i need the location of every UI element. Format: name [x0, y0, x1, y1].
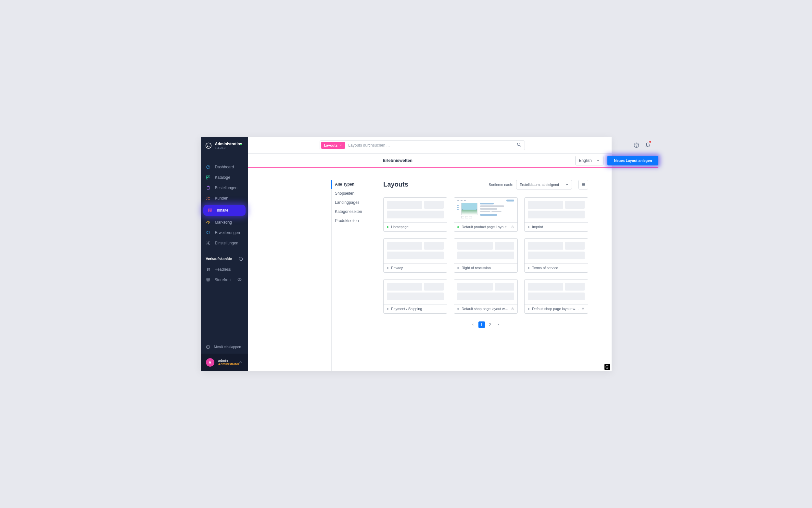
- card-name: Default shop page layout with contac…: [532, 307, 579, 311]
- card-name: Privacy: [391, 266, 444, 270]
- channel-label: Headless: [215, 267, 231, 272]
- puzzle-icon: [206, 230, 210, 235]
- eye-icon: [237, 278, 242, 282]
- list-view-toggle[interactable]: [578, 180, 588, 189]
- sidebar: Administration 6.4.20.0 DashboardKatalog…: [201, 137, 248, 371]
- pager-page[interactable]: 1: [478, 322, 485, 328]
- layout-card[interactable]: Default shop page layout with newsle…: [454, 279, 518, 314]
- layout-card[interactable]: Payment / Shipping: [383, 279, 447, 314]
- sidebar-item-label: Inhalte: [217, 208, 229, 213]
- status-dot-icon: [387, 226, 388, 228]
- sidebar-item-label: Einstellungen: [215, 241, 238, 245]
- layout-grid: Homepage ‹› Default product page Layout: [383, 197, 588, 314]
- type-filter-item[interactable]: Alle Typen: [331, 180, 383, 189]
- sidebar-item-kataloge[interactable]: Kataloge: [201, 172, 248, 183]
- chevron-down-icon: [596, 159, 600, 162]
- channel-storefront[interactable]: Storefront: [201, 274, 248, 285]
- status-dot-icon: [528, 267, 529, 269]
- status-dot-icon: [528, 226, 529, 228]
- sidebar-item-marketing[interactable]: Marketing: [201, 217, 248, 227]
- svg-rect-25: [582, 309, 584, 310]
- layout-card[interactable]: Default shop page layout with contac…: [524, 279, 588, 314]
- type-filter-item[interactable]: Shopseiten: [332, 189, 383, 198]
- sidebar-item-bestellungen[interactable]: Bestellungen: [201, 183, 248, 193]
- brand-version: 6.4.20.0: [215, 146, 243, 150]
- sidebar-item-inhalte[interactable]: Inhalte: [203, 205, 246, 216]
- channels-list: HeadlessStorefront: [201, 264, 248, 285]
- gear-icon: [206, 241, 210, 245]
- svg-text:sf: sf: [607, 366, 608, 368]
- type-filter-item[interactable]: Landingpages: [332, 198, 383, 207]
- lock-icon: [581, 307, 585, 310]
- boxes-icon: [206, 175, 210, 180]
- new-layout-button[interactable]: Neues Layout anlegen: [607, 156, 658, 165]
- search-icon[interactable]: [514, 142, 525, 148]
- user-name: admin: [218, 358, 240, 363]
- topbar: Layouts: [248, 137, 658, 154]
- type-filter-item[interactable]: Kategorieseiten: [332, 207, 383, 216]
- user-menu[interactable]: A admin Administrator: [201, 353, 248, 371]
- channels-label: Verkaufskanäle: [206, 257, 232, 261]
- svg-rect-4: [206, 177, 208, 179]
- card-name: Terms of service: [532, 266, 585, 270]
- svg-rect-2: [206, 175, 208, 177]
- status-dot-icon: [457, 308, 459, 310]
- megaphone-icon: [206, 220, 210, 224]
- card-name: Right of rescission: [462, 266, 514, 270]
- search-input[interactable]: [345, 143, 514, 147]
- svg-point-20: [517, 143, 520, 145]
- collapse-icon: [206, 345, 210, 349]
- debug-badge-icon[interactable]: sf: [605, 364, 610, 370]
- logo-icon: [205, 142, 212, 149]
- gauge-icon: [206, 165, 210, 169]
- status-dot-icon: [240, 144, 242, 145]
- search-tag-label: Layouts: [324, 143, 337, 147]
- sidebar-item-label: Erweiterungen: [215, 230, 240, 235]
- cart-icon: [206, 267, 210, 271]
- type-filter-nav: Alle TypenShopseitenLandingpagesKategori…: [331, 180, 383, 371]
- layout-card[interactable]: Terms of service: [524, 238, 588, 273]
- sort-select[interactable]: Erstelldatum, absteigend: [516, 180, 572, 189]
- notifications-button[interactable]: [645, 142, 651, 149]
- status-dot-icon: [457, 267, 459, 269]
- sort-value: Erstelldatum, absteigend: [520, 183, 559, 186]
- sidebar-item-einstellungen[interactable]: Einstellungen: [201, 238, 248, 248]
- channel-headless[interactable]: Headless: [201, 264, 248, 274]
- svg-point-0: [205, 143, 211, 148]
- layout-card[interactable]: Imprint: [524, 197, 588, 232]
- svg-point-14: [207, 270, 208, 271]
- search-bar: Layouts: [320, 140, 525, 150]
- layout-card[interactable]: Homepage: [383, 197, 447, 232]
- layout-icon: [208, 208, 212, 213]
- sidebar-item-label: Dashboard: [215, 165, 234, 169]
- add-channel-icon[interactable]: [239, 257, 243, 261]
- notification-dot-icon: [649, 141, 651, 143]
- avatar: A: [206, 358, 214, 367]
- status-dot-icon: [457, 226, 459, 228]
- layout-card[interactable]: Right of rescission: [454, 238, 518, 273]
- search-scope-tag[interactable]: Layouts: [321, 142, 345, 149]
- sidebar-item-erweiterungen[interactable]: Erweiterungen: [201, 227, 248, 238]
- help-icon[interactable]: [634, 142, 639, 148]
- language-select[interactable]: English: [575, 156, 604, 165]
- pager-prev[interactable]: [470, 322, 476, 328]
- svg-rect-17: [207, 280, 208, 281]
- collapse-menu[interactable]: Menü einklappen: [201, 340, 248, 353]
- layout-card[interactable]: Privacy: [383, 238, 447, 273]
- layout-card[interactable]: ‹› Default product page Layout: [454, 197, 518, 232]
- card-name: Imprint: [532, 225, 585, 229]
- sort-label: Sortieren nach:: [489, 183, 513, 186]
- sidebar-item-kunden[interactable]: Kunden: [201, 193, 248, 204]
- chevron-up-icon: [239, 361, 242, 364]
- pagination: 12: [383, 322, 588, 328]
- svg-rect-24: [512, 309, 514, 310]
- pager-page[interactable]: 2: [487, 322, 493, 328]
- svg-point-18: [239, 279, 240, 280]
- main-content: Layouts Erlebniswelten: [248, 137, 658, 371]
- sidebar-item-dashboard[interactable]: Dashboard: [201, 162, 248, 172]
- collapse-label: Menü einklappen: [214, 345, 241, 349]
- svg-rect-23: [512, 227, 514, 228]
- sidebar-item-label: Marketing: [215, 220, 232, 224]
- pager-next[interactable]: [495, 322, 502, 328]
- type-filter-item[interactable]: Produktseiten: [332, 216, 383, 225]
